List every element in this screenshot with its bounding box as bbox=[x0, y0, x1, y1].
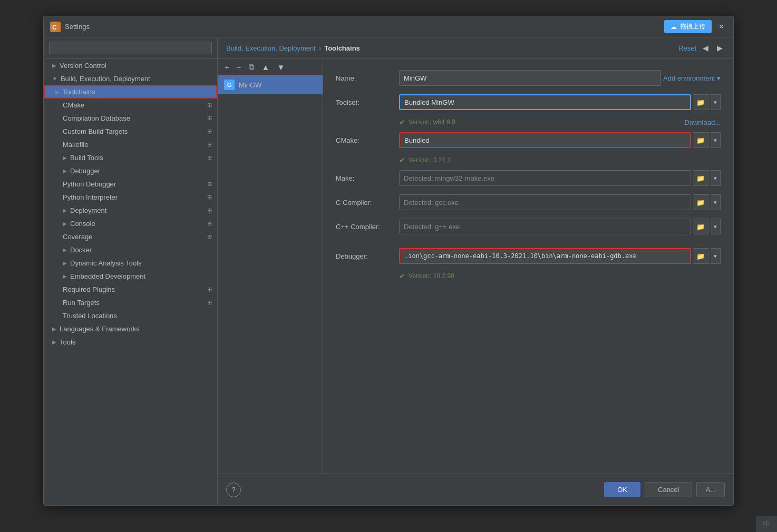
sidebar-item-toolchains[interactable]: ▶ Toolchains bbox=[44, 85, 217, 98]
debugger-input[interactable] bbox=[399, 248, 691, 264]
debugger-version-row: ✔ Version: 10.2.90 bbox=[336, 272, 721, 280]
search-input[interactable] bbox=[49, 42, 212, 54]
toolset-version-text: Version: w64 9.0 bbox=[409, 119, 455, 126]
toolchain-item-mingw[interactable]: G MinGW bbox=[218, 75, 323, 94]
sidebar-item-version-control[interactable]: ▶ Version Control bbox=[44, 59, 217, 72]
dialog-title: Settings bbox=[65, 23, 90, 31]
debugger-version-check: ✔ bbox=[399, 272, 405, 280]
sidebar-item-custom-build-targets[interactable]: Custom Build Targets ⊞ bbox=[44, 125, 217, 138]
sidebar-item-makefile[interactable]: Makefile ⊞ bbox=[44, 138, 217, 151]
add-environment-button[interactable]: Add environment ▾ bbox=[663, 74, 721, 82]
chevron-right-icon: ▶ bbox=[52, 339, 56, 345]
debugger-browse-button[interactable]: 📁 bbox=[693, 248, 708, 264]
debugger-version-text: Version: 10.2.90 bbox=[409, 272, 454, 280]
upload-button[interactable]: ☁ 拖拽上传 bbox=[664, 20, 712, 33]
cancel-button[interactable]: Cancel bbox=[645, 482, 692, 497]
footer-left: ? bbox=[226, 482, 241, 497]
sidebar-item-label: Docker bbox=[70, 246, 92, 254]
chevron-right-icon: ▶ bbox=[55, 89, 60, 95]
download-link[interactable]: Download... bbox=[684, 119, 721, 126]
breadcrumb-parent[interactable]: Build, Execution, Deployment bbox=[226, 44, 316, 52]
name-label: Name: bbox=[336, 74, 399, 82]
sidebar-item-label: CMake bbox=[63, 101, 84, 109]
c-compiler-input[interactable] bbox=[399, 194, 691, 210]
upload-icon: ☁ bbox=[671, 23, 677, 31]
cpp-compiler-browse-button[interactable]: 📁 bbox=[693, 219, 708, 234]
sidebar-item-docker[interactable]: ▶ Docker bbox=[44, 243, 217, 257]
main-panel: Build, Execution, Deployment › Toolchain… bbox=[218, 37, 733, 505]
sidebar-item-label: Trusted Locations bbox=[63, 312, 117, 320]
sidebar-item-required-plugins[interactable]: Required Plugins ⊞ bbox=[44, 283, 217, 296]
move-down-button[interactable]: ▼ bbox=[274, 62, 287, 73]
name-input[interactable] bbox=[399, 70, 661, 86]
cmake-browse-button[interactable]: 📁 bbox=[693, 132, 708, 148]
make-dropdown-button[interactable]: ▾ bbox=[711, 170, 721, 186]
sidebar-item-embedded-development[interactable]: ▶ Embedded Development bbox=[44, 270, 217, 283]
sidebar-badge: ⊞ bbox=[207, 102, 212, 109]
spacer bbox=[336, 242, 721, 248]
c-compiler-label: C Compiler: bbox=[336, 199, 399, 206]
sidebar-item-label: Dynamic Analysis Tools bbox=[70, 259, 142, 267]
sidebar-item-build-tools[interactable]: ▶ Build Tools ⊞ bbox=[44, 151, 217, 164]
cpp-compiler-label: C++ Compiler: bbox=[336, 223, 399, 231]
toolchain-name: MinGW bbox=[239, 81, 261, 89]
toolset-version-check: ✔ bbox=[399, 118, 405, 126]
sidebar-item-label: Compilation Database bbox=[63, 114, 130, 122]
sidebar-item-python-debugger[interactable]: Python Debugger ⊞ bbox=[44, 178, 217, 191]
make-browse-button[interactable]: 📁 bbox=[693, 170, 708, 186]
c-compiler-row: C Compiler: 📁 ▾ bbox=[336, 194, 721, 211]
make-row: Make: 📁 ▾ bbox=[336, 170, 721, 186]
remove-toolchain-button[interactable]: − bbox=[234, 62, 244, 73]
add-toolchain-button[interactable]: + bbox=[222, 62, 232, 73]
breadcrumb-current: Toolchains bbox=[324, 44, 360, 52]
cmake-dropdown-button[interactable]: ▾ bbox=[711, 132, 721, 148]
debugger-dropdown-button[interactable]: ▾ bbox=[711, 248, 721, 264]
sidebar-item-label: Coverage bbox=[63, 233, 92, 241]
reset-button[interactable]: Reset bbox=[678, 44, 696, 52]
corner-decoration: 中 bbox=[756, 516, 777, 532]
make-input[interactable] bbox=[399, 170, 691, 186]
sidebar-item-python-interpreter[interactable]: Python Interpreter ⊞ bbox=[44, 191, 217, 204]
sidebar-item-label: Makefile bbox=[63, 141, 88, 149]
sidebar-item-label: Required Plugins bbox=[63, 285, 115, 293]
sidebar-item-languages-frameworks[interactable]: ▶ Languages & Frameworks bbox=[44, 322, 217, 336]
toolchain-area: + − ⧉ ▲ ▼ G MinGW Name: bbox=[218, 59, 733, 474]
sidebar-list: ▶ Version Control ▼ Build, Execution, De… bbox=[44, 59, 217, 505]
chevron-right-icon: ▶ bbox=[63, 168, 67, 174]
debugger-field: 📁 ▾ bbox=[399, 248, 721, 264]
c-compiler-dropdown-button[interactable]: ▾ bbox=[711, 194, 721, 210]
cpp-compiler-dropdown-button[interactable]: ▾ bbox=[711, 219, 721, 234]
help-button[interactable]: ? bbox=[226, 482, 241, 497]
copy-toolchain-button[interactable]: ⧉ bbox=[246, 61, 257, 73]
sidebar-item-cmake[interactable]: CMake ⊞ bbox=[44, 98, 217, 112]
toolset-browse-button[interactable]: 📁 bbox=[693, 94, 708, 110]
nav-forward-button[interactable]: ▶ bbox=[715, 43, 725, 53]
cmake-label: CMake: bbox=[336, 136, 399, 144]
sidebar-item-label: Languages & Frameworks bbox=[60, 325, 140, 333]
sidebar-item-label: Debugger bbox=[70, 167, 100, 175]
sidebar-item-console[interactable]: ▶ Console ⊞ bbox=[44, 217, 217, 230]
sidebar-badge: ⊞ bbox=[207, 220, 212, 227]
cmake-input[interactable] bbox=[399, 132, 691, 148]
cpp-compiler-input[interactable] bbox=[399, 219, 691, 234]
ok-button[interactable]: OK bbox=[604, 482, 640, 497]
chevron-right-icon: ▶ bbox=[63, 155, 67, 161]
sidebar-item-build-execution[interactable]: ▼ Build, Execution, Deployment bbox=[44, 72, 217, 85]
sidebar-item-compilation-database[interactable]: Compilation Database ⊞ bbox=[44, 112, 217, 125]
sidebar-item-dynamic-analysis[interactable]: ▶ Dynamic Analysis Tools bbox=[44, 257, 217, 270]
move-up-button[interactable]: ▲ bbox=[259, 62, 273, 73]
sidebar-item-tools[interactable]: ▶ Tools bbox=[44, 336, 217, 349]
toolset-dropdown-button[interactable]: ▾ bbox=[711, 94, 721, 110]
toolset-input[interactable] bbox=[399, 94, 691, 110]
sidebar-item-trusted-locations[interactable]: Trusted Locations bbox=[44, 309, 217, 322]
c-compiler-browse-button[interactable]: 📁 bbox=[693, 194, 708, 210]
sidebar-item-coverage[interactable]: Coverage ⊞ bbox=[44, 230, 217, 243]
cmake-row: CMake: 📁 ▾ bbox=[336, 132, 721, 149]
sidebar-item-deployment[interactable]: ▶ Deployment ⊞ bbox=[44, 204, 217, 217]
sidebar-badge: ⊞ bbox=[207, 286, 212, 293]
sidebar-item-run-targets[interactable]: Run Targets ⊞ bbox=[44, 296, 217, 309]
sidebar-item-debugger[interactable]: ▶ Debugger bbox=[44, 164, 217, 178]
close-button[interactable]: × bbox=[716, 21, 727, 33]
apply-button[interactable]: A... bbox=[696, 482, 725, 497]
nav-back-button[interactable]: ◀ bbox=[701, 43, 711, 53]
